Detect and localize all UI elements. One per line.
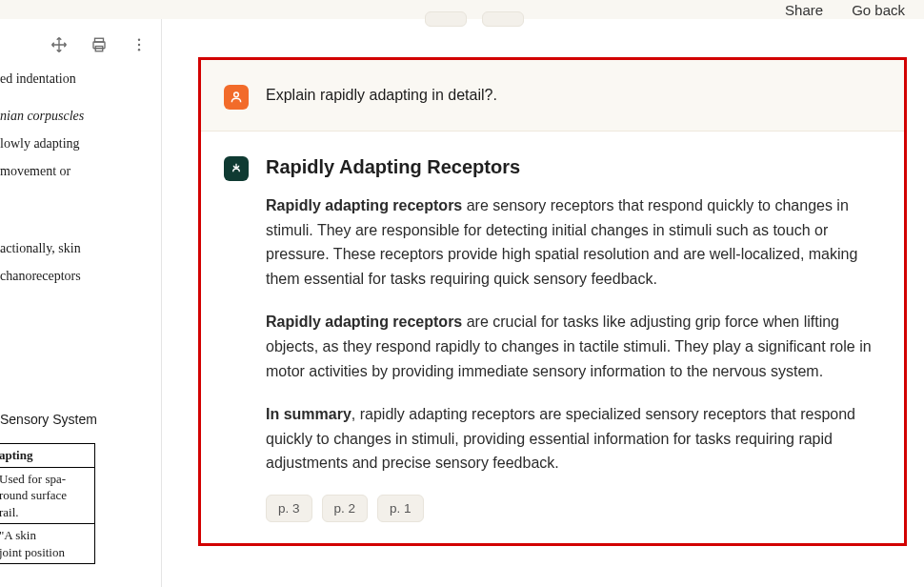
svg-point-6 — [234, 92, 239, 97]
page-pill[interactable] — [425, 11, 467, 27]
chat-panel: Explain rapidly adapting in detail?. Rap… — [162, 19, 924, 587]
user-message-row: Explain rapidly adapting in detail?. — [201, 60, 904, 132]
bot-avatar — [224, 156, 249, 181]
top-bar: Share Go back — [785, 0, 924, 19]
svg-point-5 — [138, 49, 140, 51]
table-header: apting — [0, 444, 94, 468]
doc-text: ed indentation — [0, 69, 161, 89]
svg-point-3 — [138, 39, 140, 41]
user-message-text: Explain rapidly adapting in detail?. — [266, 85, 497, 104]
move-icon[interactable] — [50, 36, 68, 57]
bot-message-content: Rapidly Adapting Receptors Rapidly adapt… — [266, 156, 875, 522]
doc-text: movement or — [0, 161, 161, 181]
page-pill[interactable]: p. 3 — [266, 495, 312, 522]
bot-paragraph: Rapidly adapting receptors are sensory r… — [266, 193, 875, 291]
doc-text: chanoreceptors — [0, 266, 161, 286]
document-panel: ed indentation nian corpuscles lowly ada… — [0, 19, 162, 587]
page-pill[interactable]: p. 2 — [322, 495, 369, 522]
conversation-highlight: Explain rapidly adapting in detail?. Rap… — [198, 57, 907, 546]
more-icon[interactable] — [131, 36, 148, 57]
doc-text: lowly adapting — [0, 133, 161, 153]
table-cell: "A skin joint position — [0, 524, 94, 563]
doc-text: actionally, skin — [0, 238, 161, 258]
user-avatar — [224, 85, 249, 110]
page-pill[interactable] — [482, 11, 524, 27]
bot-paragraph: Rapidly adapting receptors are crucial f… — [266, 310, 875, 383]
page-pill[interactable]: p. 1 — [377, 495, 424, 522]
doc-toolbar — [0, 19, 161, 69]
print-icon[interactable] — [90, 36, 108, 57]
table-cell: Used for spa- round surface rail. — [0, 468, 94, 525]
bot-response-title: Rapidly Adapting Receptors — [266, 156, 875, 178]
doc-content: ed indentation nian corpuscles lowly ada… — [0, 69, 161, 564]
svg-point-4 — [138, 44, 140, 46]
doc-section-title: Sensory System — [0, 410, 161, 430]
bot-message-row: Rapidly Adapting Receptors Rapidly adapt… — [201, 132, 904, 543]
bot-paragraph: In summary, rapidly adapting receptors a… — [266, 402, 875, 476]
page-reference-row: p. 3 p. 2 p. 1 — [266, 495, 875, 522]
doc-text: nian corpuscles — [0, 106, 161, 126]
doc-table: apting Used for spa- round surface rail.… — [0, 443, 95, 564]
go-back-link[interactable]: Go back — [852, 2, 905, 18]
share-link[interactable]: Share — [785, 2, 823, 18]
prev-page-pills — [425, 11, 524, 27]
